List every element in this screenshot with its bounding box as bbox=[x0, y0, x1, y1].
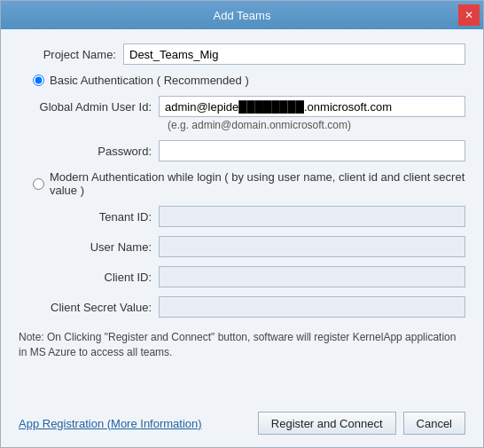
user-name-label: User Name: bbox=[36, 240, 152, 254]
basic-auth-label[interactable]: Basic Authentication ( Recommended ) bbox=[50, 74, 249, 87]
tenant-id-input[interactable] bbox=[159, 206, 465, 227]
basic-auth-radio[interactable] bbox=[33, 75, 44, 86]
add-teams-dialog: Add Teams ✕ Project Name: Basic Authenti… bbox=[0, 0, 484, 448]
global-admin-input[interactable] bbox=[159, 96, 465, 117]
password-label: Password: bbox=[36, 145, 152, 158]
client-secret-input[interactable] bbox=[159, 296, 465, 318]
tenant-id-row: Tenant ID: bbox=[36, 206, 465, 227]
register-connect-button[interactable]: Register and Connect bbox=[258, 412, 396, 435]
client-id-input[interactable] bbox=[159, 266, 465, 287]
footer-buttons: Register and Connect Cancel bbox=[258, 412, 465, 435]
tenant-id-label: Tenant ID: bbox=[36, 210, 152, 224]
note-text: Note: On Clicking "Register and Connect"… bbox=[19, 330, 465, 360]
user-name-input[interactable] bbox=[159, 236, 465, 257]
password-row: Password: bbox=[36, 140, 465, 161]
basic-auth-row: Basic Authentication ( Recommended ) bbox=[33, 74, 465, 87]
basic-auth-fields: Global Admin User Id: (e.g. admin@domain… bbox=[36, 96, 465, 161]
project-name-row: Project Name: bbox=[19, 43, 465, 65]
client-id-row: Client ID: bbox=[36, 266, 465, 287]
password-input[interactable] bbox=[159, 140, 465, 161]
modern-auth-fields: Tenant ID: User Name: Client ID: Client … bbox=[36, 206, 465, 318]
client-secret-label: Client Secret Value: bbox=[36, 301, 152, 314]
project-name-input[interactable] bbox=[123, 43, 465, 65]
modern-auth-radio[interactable] bbox=[33, 178, 44, 190]
project-name-label: Project Name: bbox=[19, 48, 116, 61]
global-admin-hint: (e.g. admin@domain.onmicrosoft.com) bbox=[168, 119, 465, 131]
global-admin-label: Global Admin User Id: bbox=[36, 100, 152, 114]
modern-auth-label[interactable]: Modern Authentication while login ( by u… bbox=[50, 170, 465, 197]
cancel-button[interactable]: Cancel bbox=[403, 412, 465, 435]
global-admin-row: Global Admin User Id: bbox=[36, 96, 465, 117]
dialog-footer: App Registration (More Information) Regi… bbox=[1, 405, 483, 447]
title-bar: Add Teams ✕ bbox=[1, 1, 483, 29]
dialog-content: Project Name: Basic Authentication ( Rec… bbox=[1, 29, 483, 405]
close-button[interactable]: ✕ bbox=[458, 4, 480, 26]
client-id-label: Client ID: bbox=[36, 271, 152, 284]
dialog-title: Add Teams bbox=[214, 9, 271, 22]
modern-auth-row: Modern Authentication while login ( by u… bbox=[33, 170, 465, 197]
app-registration-link[interactable]: App Registration (More Information) bbox=[19, 417, 202, 430]
user-name-row: User Name: bbox=[36, 236, 465, 257]
client-secret-row: Client Secret Value: bbox=[36, 296, 465, 318]
